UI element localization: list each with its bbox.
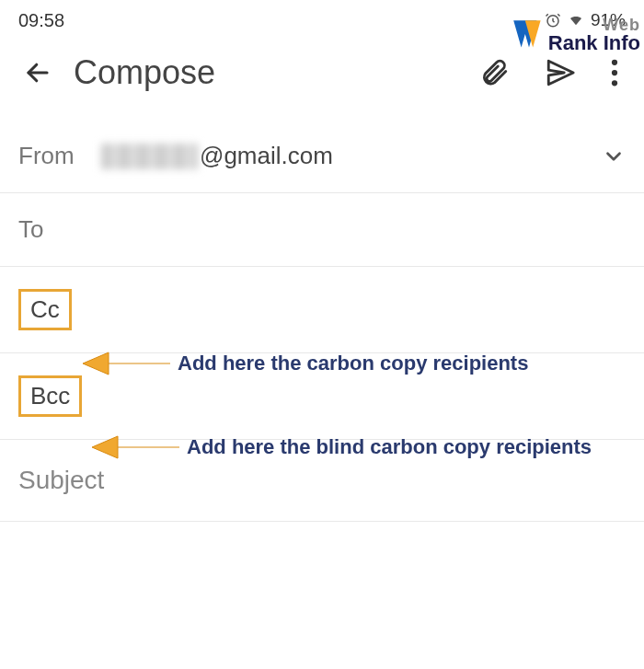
svg-point-3 <box>612 60 617 65</box>
page-title: Compose <box>74 53 456 92</box>
from-label: From <box>18 142 101 170</box>
from-domain: @gmail.com <box>200 142 333 170</box>
watermark-icon <box>510 17 548 55</box>
bcc-label: Bcc <box>18 375 82 417</box>
cc-label: Cc <box>18 289 72 330</box>
cc-row[interactable]: Cc <box>0 267 644 353</box>
svg-point-4 <box>612 70 617 75</box>
arrow-left-icon <box>92 427 179 467</box>
watermark: Web Rank Info <box>510 17 640 55</box>
from-value: @gmail.com <box>101 142 602 170</box>
to-label: To <box>18 215 101 244</box>
subject-label: Subject <box>18 466 104 495</box>
cc-annotation-text: Add here the carbon copy recipients <box>178 352 528 375</box>
watermark-line2: Rank Info <box>548 33 640 53</box>
bcc-annotation-text: Add here the blind carbon copy recipient… <box>187 435 592 459</box>
svg-marker-2 <box>548 61 573 85</box>
svg-point-5 <box>612 80 617 86</box>
from-row[interactable]: From @gmail.com <box>0 120 644 193</box>
attach-icon[interactable] <box>478 57 510 88</box>
cc-annotation: Add here the carbon copy recipients <box>83 343 528 384</box>
to-row[interactable]: To <box>0 193 644 267</box>
arrow-left-icon <box>83 343 170 384</box>
chevron-down-icon[interactable] <box>602 144 626 168</box>
send-icon[interactable] <box>545 57 576 88</box>
back-arrow-icon[interactable] <box>24 59 52 87</box>
more-icon[interactable] <box>611 59 618 87</box>
status-time: 09:58 <box>18 10 64 31</box>
from-obscured <box>101 144 198 169</box>
bcc-annotation: Add here the blind carbon copy recipient… <box>92 427 592 467</box>
